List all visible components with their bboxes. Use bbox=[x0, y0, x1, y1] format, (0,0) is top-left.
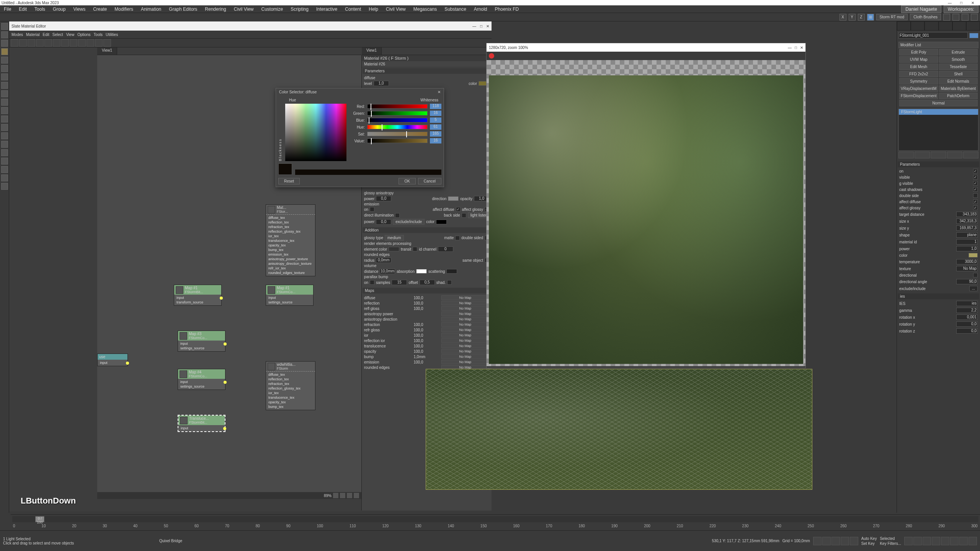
viewport-nav-button[interactable] bbox=[932, 537, 940, 545]
menu-arnold[interactable]: Arnold bbox=[472, 7, 490, 12]
menu-animation[interactable]: Animation bbox=[139, 7, 163, 12]
axis-x-button[interactable]: X bbox=[840, 14, 846, 21]
menu-graph-editors[interactable]: Graph Editors bbox=[167, 7, 199, 12]
slate-tb-btn[interactable] bbox=[19, 39, 27, 47]
minimize-button[interactable]: — bbox=[944, 1, 956, 5]
maximize-button[interactable]: □ bbox=[956, 1, 967, 5]
slate-menu[interactable]: Edit bbox=[43, 33, 49, 37]
stack-btn[interactable] bbox=[898, 152, 914, 158]
quixel-bridge-link[interactable]: Quixel Bridge bbox=[159, 539, 182, 543]
slate-close[interactable]: ✕ bbox=[486, 24, 489, 28]
cmd-rollout-ies[interactable]: ies bbox=[898, 293, 979, 299]
slate-minimize[interactable]: — bbox=[472, 24, 476, 28]
left-icon[interactable] bbox=[1, 23, 8, 30]
slate-paramview-tab[interactable]: View1 bbox=[362, 47, 382, 55]
slate-tb-btn[interactable] bbox=[61, 39, 69, 47]
render-min[interactable]: — bbox=[788, 46, 792, 50]
left-icon[interactable] bbox=[1, 99, 8, 106]
left-icon[interactable] bbox=[1, 82, 8, 89]
map-node[interactable]: Map #4FStormCo... inputsettings_source bbox=[178, 369, 225, 390]
menu-scripting[interactable]: Scripting bbox=[288, 7, 311, 12]
modifier-list-dropdown[interactable]: Modifier List bbox=[898, 42, 978, 48]
menu-civil-view-2[interactable]: Civil View bbox=[384, 7, 408, 12]
tool-icon-4[interactable] bbox=[971, 14, 978, 21]
menu-group[interactable]: Group bbox=[51, 7, 68, 12]
left-icon[interactable] bbox=[1, 65, 8, 72]
axis-xyz-button[interactable]: ⊞ bbox=[867, 14, 874, 21]
render-preview-window[interactable]: 1280x720, zoom 100%—□✕ bbox=[486, 43, 806, 368]
play-button[interactable] bbox=[831, 537, 840, 545]
menu-interactive[interactable]: Interactive bbox=[314, 7, 340, 12]
viewport-nav-button[interactable] bbox=[923, 537, 931, 545]
slate-tb-btn[interactable] bbox=[11, 39, 18, 47]
slate-tb-btn[interactable] bbox=[103, 39, 111, 47]
selected-dropdown[interactable]: Selected bbox=[880, 536, 901, 541]
map-node-selected[interactable]: Transluce...FStormBit... input bbox=[178, 415, 225, 432]
left-icon[interactable] bbox=[1, 31, 8, 38]
map-node[interactable]: Map #3FStormCo... inputsettings_source bbox=[178, 331, 225, 352]
left-icon[interactable] bbox=[1, 149, 8, 156]
left-icon[interactable] bbox=[1, 166, 8, 173]
left-icon[interactable] bbox=[1, 57, 8, 64]
menu-file[interactable]: File bbox=[2, 7, 13, 12]
viewport-nav-button[interactable] bbox=[959, 537, 968, 545]
modifier-stack[interactable]: FStormLight bbox=[898, 109, 978, 151]
material-node[interactable]: Mat...FStor... diffuse_texreflection_tex… bbox=[266, 204, 315, 276]
render-max[interactable]: □ bbox=[795, 46, 797, 50]
left-icon[interactable] bbox=[1, 116, 8, 122]
left-icon[interactable] bbox=[1, 90, 8, 97]
key-filters-button[interactable]: Key Filters... bbox=[880, 541, 901, 546]
menu-modifiers[interactable]: Modifiers bbox=[112, 7, 136, 12]
slate-tb-btn[interactable] bbox=[28, 39, 35, 47]
slate-tb-btn[interactable] bbox=[44, 39, 52, 47]
slate-tb-btn[interactable] bbox=[53, 39, 60, 47]
left-icon[interactable] bbox=[1, 40, 8, 47]
axis-z-button[interactable]: Z bbox=[858, 14, 865, 21]
left-icon[interactable] bbox=[1, 107, 8, 114]
hue-saturation-picker[interactable] bbox=[285, 104, 346, 161]
rollout-parameters[interactable]: Parameters bbox=[363, 68, 491, 74]
left-icon[interactable] bbox=[1, 141, 8, 148]
color-cancel-button[interactable]: Cancel bbox=[418, 178, 441, 184]
menu-phoenix[interactable]: Phoenix FD bbox=[493, 7, 521, 12]
stack-btn[interactable] bbox=[963, 152, 978, 158]
emission-on-checkbox[interactable] bbox=[370, 207, 374, 212]
menu-create[interactable]: Create bbox=[91, 7, 109, 12]
left-icon[interactable] bbox=[1, 158, 8, 165]
slate-menu[interactable]: Modes bbox=[11, 33, 23, 37]
slate-tb-btn[interactable] bbox=[87, 39, 94, 47]
menu-help[interactable]: Help bbox=[366, 7, 381, 12]
viewport-nav-button[interactable] bbox=[913, 537, 922, 545]
stack-btn[interactable] bbox=[947, 152, 962, 158]
menu-content[interactable]: Content bbox=[343, 7, 363, 12]
slate-maximize[interactable]: □ bbox=[480, 24, 482, 28]
color-reset-button[interactable]: Reset bbox=[278, 178, 300, 184]
perspective-viewport[interactable] bbox=[426, 369, 812, 490]
slate-tb-btn[interactable] bbox=[78, 39, 86, 47]
menu-substance[interactable]: Substance bbox=[442, 7, 469, 12]
left-icon[interactable] bbox=[1, 48, 8, 55]
slate-tb-btn[interactable] bbox=[95, 39, 103, 47]
viewport-nav-button[interactable] bbox=[941, 537, 949, 545]
menu-civil-view[interactable]: Civil View bbox=[232, 7, 256, 12]
menu-rendering[interactable]: Rendering bbox=[203, 7, 228, 12]
slate-nav-icon[interactable] bbox=[333, 493, 338, 498]
render-close[interactable]: ✕ bbox=[800, 46, 803, 50]
color-selector-dialog[interactable]: Color Selector: diffuse✕ HueWhiteness Bl… bbox=[276, 88, 444, 187]
map-node[interactable]: Map #1FStormBit... inputtransform_source bbox=[174, 285, 222, 306]
prev-frame-button[interactable] bbox=[822, 537, 831, 545]
left-icon[interactable] bbox=[1, 174, 8, 181]
slate-menu[interactable]: Utilities bbox=[106, 33, 118, 37]
slate-menu[interactable]: Options bbox=[77, 33, 90, 37]
goto-end-button[interactable] bbox=[850, 537, 858, 545]
material-subtitle[interactable]: Material #26 bbox=[362, 61, 492, 67]
stack-btn[interactable] bbox=[931, 152, 946, 158]
workspaces-dropdown[interactable]: Workspaces: bbox=[944, 5, 978, 13]
slate-menu[interactable]: Select bbox=[52, 33, 63, 37]
slate-nav-icon[interactable] bbox=[347, 493, 352, 498]
tool-icon-1[interactable] bbox=[943, 14, 950, 21]
cmd-rollout-parameters[interactable]: Parameters bbox=[898, 161, 979, 167]
timeline[interactable]: 0 / 100 01020304050607080901001101201301… bbox=[11, 514, 980, 530]
axis-y-button[interactable]: Y bbox=[849, 14, 856, 21]
menu-tools[interactable]: Tools bbox=[32, 7, 47, 12]
